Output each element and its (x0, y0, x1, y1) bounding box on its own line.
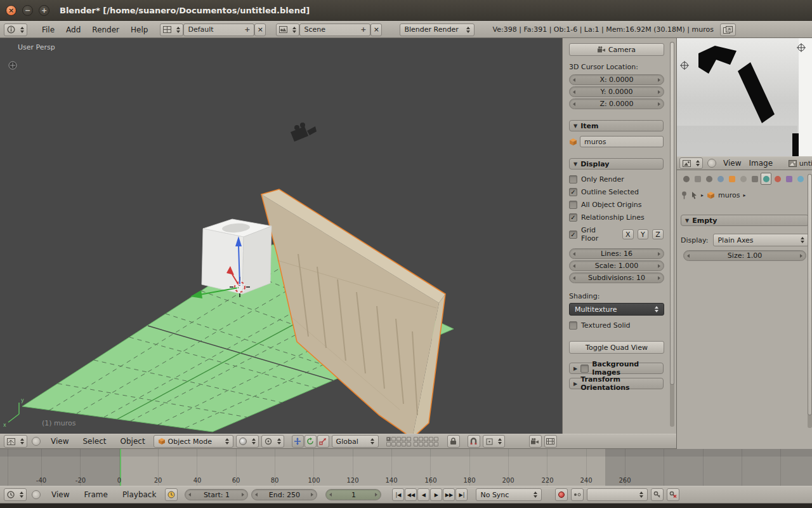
tab-object[interactable] (726, 173, 737, 185)
menu-playback[interactable]: Playback (117, 490, 162, 499)
tab-object-data[interactable] (761, 173, 771, 185)
opengl-render-anim-button[interactable] (544, 435, 557, 448)
toggle-quad-view-button[interactable]: Toggle Quad View (569, 341, 664, 354)
tab-render-layers[interactable] (692, 173, 703, 185)
add-layout-button[interactable]: + (244, 25, 250, 34)
pivot-point-select[interactable] (261, 435, 284, 448)
scene-name-field[interactable]: Scene + (299, 23, 370, 36)
window-maximize-button[interactable]: + (39, 5, 49, 16)
panel-header-background-images[interactable]: ▶ Background Images (569, 363, 664, 374)
opengl-render-still-button[interactable] (529, 435, 542, 448)
editor-type-button-3dview[interactable] (4, 435, 27, 448)
panel-header-transform-orientations[interactable]: ▶ Transform Orientations (569, 378, 664, 389)
new-window-button[interactable] (720, 23, 736, 36)
delete-layout-button[interactable]: × (254, 23, 266, 36)
tab-physics[interactable] (795, 173, 806, 185)
menu-select[interactable]: Select (77, 437, 112, 446)
manipulator-translate-toggle[interactable] (292, 435, 304, 448)
add-scene-button[interactable]: + (360, 25, 366, 34)
menu-frame[interactable]: Frame (78, 490, 113, 499)
menu-view[interactable]: View (46, 490, 75, 499)
collapse-menus-icon[interactable] (707, 159, 716, 168)
viewport-shading-select[interactable] (236, 435, 259, 448)
editor-type-button-timeline[interactable] (4, 488, 27, 501)
toolshelf-plus-icon[interactable] (9, 62, 16, 69)
empty-display-select[interactable]: Plain Axes (713, 234, 809, 246)
tab-texture[interactable] (783, 173, 794, 185)
all-object-origins-checkbox[interactable] (569, 201, 577, 209)
next-keyframe-button[interactable]: ▶▶ (443, 488, 455, 501)
delete-scene-button[interactable]: × (370, 23, 382, 36)
panel-header-empty[interactable]: ▼ Empty (681, 215, 809, 226)
editor-type-button-info[interactable] (4, 23, 27, 36)
breadcrumb-object-name[interactable]: muros (718, 191, 740, 199)
axis-y-toggle[interactable]: Y (638, 229, 649, 239)
panel-header-display[interactable]: ▼ Display (569, 158, 664, 170)
collapse-menus-icon[interactable] (32, 437, 41, 446)
grid-scale-field[interactable]: Scale: 1.000 (569, 260, 664, 271)
tab-render[interactable] (681, 173, 691, 185)
pointer-icon[interactable] (691, 191, 698, 199)
frame-start-field[interactable]: Start: 1 (185, 489, 248, 500)
only-render-checkbox[interactable] (569, 175, 577, 184)
window-minimize-button[interactable]: − (22, 5, 33, 16)
render-engine-select[interactable]: Blender Render (400, 23, 475, 36)
image-datablock-name[interactable]: unti (799, 159, 812, 168)
axis-x-toggle[interactable]: X (622, 229, 634, 239)
use-preview-range-toggle[interactable] (165, 488, 178, 501)
menu-render[interactable]: Render (86, 25, 125, 34)
layer-grid-right[interactable] (414, 437, 438, 446)
collapse-menus-icon[interactable] (32, 490, 41, 499)
autokey-record-toggle[interactable] (555, 488, 568, 501)
shading-mode-select[interactable]: Multitexture (569, 303, 664, 316)
menu-file[interactable]: File (36, 25, 60, 34)
screen-layout-browse-button[interactable] (160, 23, 183, 36)
sync-mode-select[interactable]: No Sync (476, 488, 542, 501)
scene-browse-button[interactable] (276, 23, 299, 36)
tab-modifiers[interactable] (749, 173, 760, 185)
snap-element-select[interactable] (483, 435, 505, 448)
outline-selected-checkbox[interactable]: ✓ (569, 188, 577, 196)
empty-size-field[interactable]: Size: 1.00 (683, 250, 806, 261)
npanel-scrollbar[interactable] (670, 42, 674, 427)
pin-icon[interactable] (681, 191, 688, 199)
image-editor-canvas[interactable] (677, 38, 812, 156)
menu-add[interactable]: Add (60, 25, 86, 34)
keying-set-select[interactable] (587, 488, 648, 501)
cursor-x-field[interactable]: X: 0.0000 (569, 74, 664, 85)
tab-scene[interactable] (704, 173, 714, 185)
relationship-lines-checkbox[interactable]: ✓ (569, 213, 577, 222)
snap-toggle[interactable] (468, 435, 480, 448)
jump-to-end-button[interactable]: ▶| (455, 488, 468, 501)
screen-layout-name-field[interactable]: Default + (183, 23, 254, 36)
frame-end-field[interactable]: End: 250 (251, 489, 317, 500)
grid-floor-checkbox[interactable]: ✓ (569, 231, 577, 239)
current-frame-field[interactable]: 1 (325, 489, 381, 500)
transform-orientation-select[interactable]: Global (332, 435, 379, 448)
textured-solid-checkbox[interactable] (569, 321, 577, 330)
axis-z-toggle[interactable]: Z (652, 229, 664, 239)
window-close-button[interactable]: × (6, 5, 16, 16)
prev-keyframe-button[interactable]: ◀◀ (405, 488, 417, 501)
object-camera[interactable] (291, 123, 317, 142)
grid-lines-field[interactable]: Lines: 16 (569, 248, 664, 259)
camera-button[interactable]: Camera (569, 43, 664, 56)
tab-material[interactable] (772, 173, 783, 185)
properties-scrollbar[interactable] (808, 174, 812, 428)
play-button[interactable]: ▶ (430, 488, 442, 501)
grid-subdivisions-field[interactable]: Subdivisions: 10 (569, 272, 664, 283)
menu-view[interactable]: View (45, 437, 74, 446)
cursor-y-field[interactable]: Y: 0.0000 (569, 86, 664, 97)
timeline-canvas[interactable]: -40 -20 0 20 40 60 80 100 120 140 160 18… (0, 449, 812, 486)
menu-view[interactable]: View (721, 159, 743, 168)
tab-world[interactable] (715, 173, 726, 185)
panel-header-item[interactable]: ▼ Item (569, 120, 664, 131)
interaction-mode-select[interactable]: Object Mode (154, 435, 233, 448)
jump-to-start-button[interactable]: |◀ (392, 488, 404, 501)
layer-grid-left[interactable] (386, 437, 411, 446)
manipulator-scale-toggle[interactable] (317, 435, 329, 448)
tab-constraints[interactable] (738, 173, 749, 185)
cursor-z-field[interactable]: Z: 0.0000 (569, 98, 664, 109)
viewport-3d[interactable]: y x User Persp (1) muros (0, 38, 562, 434)
object-name-field[interactable]: muros (580, 136, 664, 147)
